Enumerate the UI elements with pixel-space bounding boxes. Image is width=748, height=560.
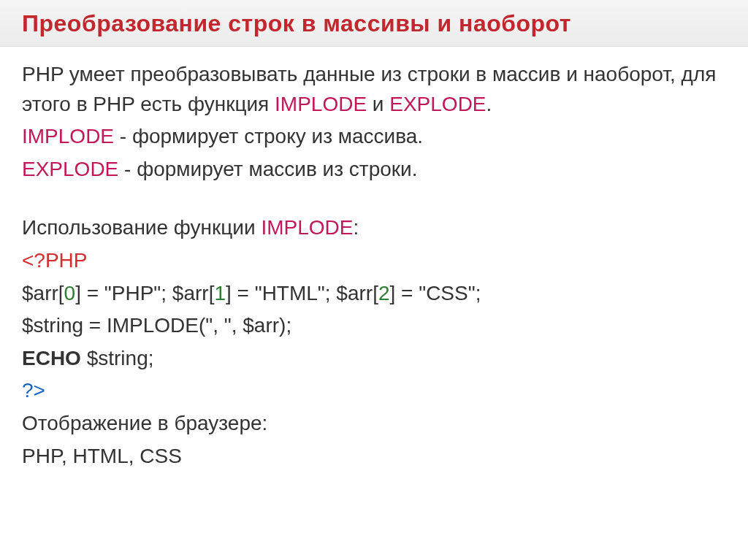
code-index-1: 1 — [214, 282, 226, 304]
php-close-tag: ?> — [22, 376, 726, 406]
php-open-tag: <?PHP — [22, 246, 726, 276]
intro-text-2: и — [367, 93, 389, 115]
code-line-1: $arr[0] = "PHP"; $arr[1] = "HTML"; $arr[… — [22, 279, 726, 309]
code-1c: ] = "HTML"; $arr[ — [226, 282, 378, 304]
code-1b: ] = "PHP"; $arr[ — [75, 282, 214, 304]
implode-desc-text: - формирует строку из массива. — [114, 125, 423, 147]
code-index-0: 0 — [64, 282, 76, 304]
code-line-3: ECHO $string; — [22, 344, 726, 374]
explode-keyword: EXPLODE — [389, 93, 486, 115]
browser-output: PHP, HTML, CSS — [22, 442, 726, 472]
explode-description: EXPLODE - формирует массив из строки. — [22, 155, 726, 185]
explode-keyword: EXPLODE — [22, 158, 118, 180]
implode-keyword: IMPLODE — [261, 216, 353, 239]
code-index-2: 2 — [378, 282, 390, 304]
implode-description: IMPLODE - формирует строку из массива. — [22, 122, 726, 152]
usage-heading: Использование функции IMPLODE: — [22, 213, 726, 243]
browser-label-text: Отображение в браузере: — [22, 412, 267, 434]
code-1d: ] = "CSS"; — [390, 282, 481, 304]
intro-paragraph: PHP умеет преобразовывать данные из стро… — [22, 60, 726, 119]
php-open: <?PHP — [22, 249, 88, 272]
code-line-2: $string = IMPLODE(", ", $arr); — [22, 311, 726, 341]
implode-keyword: IMPLODE — [275, 93, 367, 115]
title-bar: Преобразование строк в массивы и наоборо… — [0, 0, 748, 47]
php-close: ?> — [22, 379, 45, 402]
slide-content: PHP умеет преобразовывать данные из стро… — [0, 47, 748, 487]
slide-title: Преобразование строк в массивы и наоборо… — [22, 10, 726, 37]
code-3b: $string; — [87, 347, 154, 369]
explode-desc-text: - формирует массив из строки. — [118, 158, 417, 180]
echo-keyword: ECHO — [22, 347, 87, 369]
code-2: $string = IMPLODE(", ", $arr); — [22, 314, 291, 337]
usage-colon: : — [353, 216, 359, 239]
browser-label: Отображение в браузере: — [22, 409, 726, 439]
slide: Преобразование строк в массивы и наоборо… — [0, 0, 748, 560]
browser-output-text: PHP, HTML, CSS — [22, 445, 182, 467]
usage-text: Использование функции — [22, 216, 261, 239]
intro-text-3: . — [486, 93, 492, 115]
implode-keyword: IMPLODE — [22, 125, 114, 147]
spacer — [22, 187, 726, 213]
code-1a: $arr[ — [22, 282, 64, 304]
